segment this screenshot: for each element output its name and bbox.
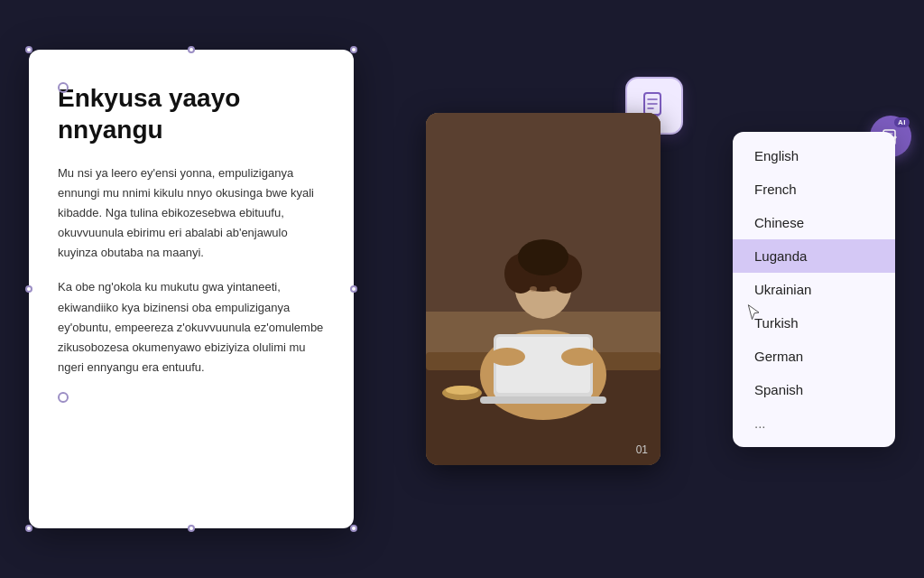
corner-dot-bl <box>25 525 32 532</box>
lang-item-luganda[interactable]: Luganda <box>733 239 895 273</box>
lang-item-ukrainian[interactable]: Ukrainian <box>733 273 895 306</box>
svg-point-13 <box>550 286 557 292</box>
svg-point-17 <box>489 348 525 366</box>
lang-item-chinese[interactable]: Chinese <box>733 206 895 239</box>
svg-point-20 <box>446 386 478 395</box>
svg-point-11 <box>518 239 568 275</box>
middle-area: PDF <box>412 50 674 528</box>
ai-label: AI <box>894 117 910 127</box>
document-title: Enkyusa yaayo nnyangu <box>58 82 325 145</box>
page-number: 01 <box>636 443 648 456</box>
document-card: Enkyusa yaayo nnyangu Mu nsi ya leero ey… <box>29 50 354 528</box>
document-body: Mu nsi ya leero ey'ensi yonna, empulizig… <box>58 163 325 378</box>
corner-dot-bm <box>188 525 195 532</box>
paragraph-2: Ka obe ng'okola ku mukutu gwa yintaneeti… <box>58 277 325 377</box>
corner-dot-tl <box>25 46 32 53</box>
language-panel: English French Chinese Luganda Ukrainian… <box>733 132 895 447</box>
lang-item-english[interactable]: English <box>733 139 895 172</box>
corner-dot-mr <box>350 285 357 293</box>
corner-dot-tm <box>188 46 195 53</box>
scene: Enkyusa yaayo nnyangu Mu nsi ya leero ey… <box>29 27 895 551</box>
lang-item-more[interactable]: ... <box>733 406 895 440</box>
svg-point-12 <box>530 286 537 292</box>
corner-dot-tr <box>350 46 357 53</box>
lang-item-french[interactable]: French <box>733 172 895 206</box>
paragraph-1: Mu nsi ya leero ey'ensi yonna, empulizig… <box>58 163 325 263</box>
photo-placeholder <box>426 113 661 465</box>
language-panel-container: AI English French Chinese Luganda Ukrain… <box>733 132 895 447</box>
lang-item-german[interactable]: German <box>733 340 895 373</box>
svg-point-18 <box>561 348 597 366</box>
woman-illustration <box>426 113 661 465</box>
corner-dot-br <box>350 525 357 532</box>
lang-item-turkish[interactable]: Turkish <box>733 306 895 340</box>
svg-rect-16 <box>480 396 606 404</box>
lang-item-spanish[interactable]: Spanish <box>733 373 895 406</box>
corner-dot-ml <box>25 285 32 293</box>
photo-card: 01 <box>426 113 661 465</box>
